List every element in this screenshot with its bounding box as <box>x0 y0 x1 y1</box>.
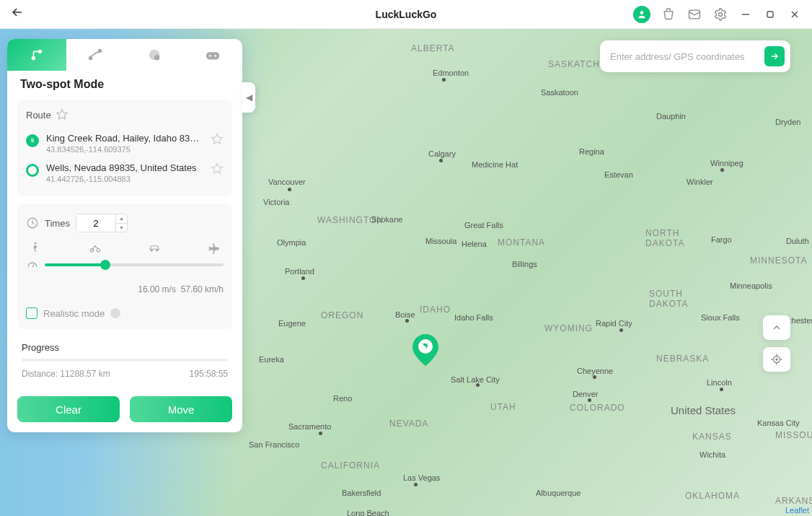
map-region-label: CALIFORNIA <box>321 460 380 471</box>
map-city-label: Las Vegas <box>403 473 440 482</box>
back-button[interactable] <box>10 5 25 23</box>
search-go-button[interactable] <box>764 46 785 66</box>
tab-teleport[interactable] <box>125 39 184 71</box>
times-down-button[interactable]: ▼ <box>116 224 127 232</box>
times-up-button[interactable]: ▲ <box>116 214 127 224</box>
distance-value: Distance: 11288.57 km <box>22 369 110 379</box>
map-city-label: Spokane <box>371 215 402 224</box>
map-city-label: Saskatoon <box>541 88 578 97</box>
svg-point-8 <box>31 56 35 61</box>
map-city-label: Helena <box>462 240 487 248</box>
map-city-label: Eureka <box>259 355 284 364</box>
map-city-label: Vancouver <box>268 178 306 186</box>
realistic-mode-label: Realistic mode <box>43 308 105 319</box>
map-region-label: MINNESOTA <box>750 255 807 266</box>
svg-rect-1 <box>689 10 700 19</box>
times-stepper[interactable]: ▲ ▼ <box>76 214 128 232</box>
map-region-label: COLORADO <box>570 403 625 413</box>
svg-point-16 <box>35 242 37 245</box>
clear-button[interactable]: Clear <box>17 396 120 422</box>
tab-multi-spot[interactable] <box>66 39 125 71</box>
route-label: Route <box>26 110 51 121</box>
slider-thumb[interactable] <box>100 260 110 270</box>
map-region-label: IDAHO <box>420 305 451 315</box>
map-city-label: Sacramento <box>288 422 331 431</box>
favorite-start-button[interactable] <box>211 133 224 146</box>
times-label: Times <box>45 218 70 229</box>
map-city-label: Fargo <box>711 235 732 244</box>
map-city-label: Eugene <box>278 319 306 328</box>
map-region-label: NORTHDAKOTA <box>645 228 684 248</box>
mode-tabs <box>7 39 242 71</box>
map-city-label: Winnipeg <box>710 159 743 167</box>
route-card: Route S King Creek Road, Hailey, Idaho 8… <box>17 100 232 196</box>
map-city-label: Bakersfield <box>342 489 381 497</box>
close-button[interactable] <box>787 7 802 22</box>
favorite-end-button[interactable] <box>211 162 224 175</box>
times-input[interactable] <box>76 214 115 232</box>
map-city-label: Duluth <box>786 237 809 245</box>
speed-readout: 16.00 m/s 57.60 km/h <box>26 284 224 294</box>
map-region-label: NEVADA <box>389 419 428 429</box>
cart-icon[interactable] <box>661 6 676 22</box>
route-start-coords: 43.834526,-114.609375 <box>46 145 203 154</box>
map-region-label: KANSAS <box>692 432 732 442</box>
expand-up-button[interactable] <box>763 315 790 340</box>
locate-me-button[interactable] <box>763 347 790 372</box>
svg-point-10 <box>89 57 92 60</box>
map-region-label: MONTANA <box>498 237 545 248</box>
map-city-label: Edmonton <box>433 69 469 77</box>
speed-slider[interactable] <box>45 263 224 266</box>
map-city-label: Medicine Hat <box>472 160 518 169</box>
map-region-label: MISSOURI <box>775 430 812 440</box>
progress-bar <box>22 359 228 362</box>
map-region-label: WYOMING <box>544 323 593 333</box>
maximize-button[interactable] <box>763 7 777 22</box>
svg-point-18 <box>97 249 100 253</box>
map-city-label: Idaho Falls <box>454 313 493 322</box>
minimize-button[interactable] <box>738 7 753 22</box>
map-region-label: OREGON <box>321 310 363 320</box>
progress-card: Progress Distance: 11288.57 km 195:58:55 <box>17 336 232 386</box>
progress-label: Progress <box>22 342 228 353</box>
map-city-label: Albuquerque <box>536 489 581 497</box>
map-city-label: Portland <box>285 267 314 276</box>
map-city-label: Wichita <box>700 450 725 459</box>
route-end-address: Wells, Nevada 89835, United States <box>46 162 203 173</box>
bike-icon[interactable] <box>89 241 102 254</box>
route-end-coords: 41.442726,-115.004883 <box>46 175 203 183</box>
end-pin-icon <box>26 164 39 177</box>
walk-icon[interactable] <box>29 241 42 254</box>
mail-icon[interactable] <box>687 6 702 22</box>
map-city-label: Victoria <box>263 198 289 206</box>
move-button[interactable]: Move <box>130 396 232 422</box>
collapse-panel-button[interactable]: ◀ <box>242 82 255 113</box>
settings-icon[interactable] <box>712 6 728 22</box>
map-city-label: Missoula <box>425 237 456 245</box>
plane-icon[interactable] <box>208 241 221 254</box>
svg-point-20 <box>156 250 158 251</box>
account-icon[interactable] <box>633 6 650 23</box>
star-icon[interactable] <box>56 108 69 121</box>
svg-rect-4 <box>767 12 773 17</box>
svg-point-19 <box>151 250 152 251</box>
speed-card: Times ▲ ▼ 16.00 m/s 57.60 km/h <box>17 204 232 329</box>
map-city-label: Rapid City <box>596 319 632 328</box>
search-input[interactable] <box>610 51 764 62</box>
tab-joystick[interactable] <box>184 39 243 71</box>
tab-two-spot[interactable] <box>7 39 66 71</box>
info-icon[interactable] <box>110 308 120 318</box>
map-city-label: Reno <box>333 394 352 403</box>
titlebar: LuckLuckGo <box>0 0 812 29</box>
map-city-label: San Francisco <box>249 440 299 449</box>
map-city-label: Billings <box>512 260 537 268</box>
svg-point-11 <box>99 50 102 53</box>
svg-point-13 <box>154 55 159 60</box>
clock-icon <box>26 217 39 229</box>
map-region-label: ALBERTA <box>411 43 455 53</box>
route-item-end: Wells, Nevada 89835, United States 41.44… <box>26 158 224 188</box>
location-marker[interactable] <box>412 334 438 366</box>
control-panel: ◀ Two-spot Mode Route S King Creek Road,… <box>7 39 242 432</box>
realistic-mode-checkbox[interactable] <box>26 307 37 319</box>
car-icon[interactable] <box>148 241 161 254</box>
